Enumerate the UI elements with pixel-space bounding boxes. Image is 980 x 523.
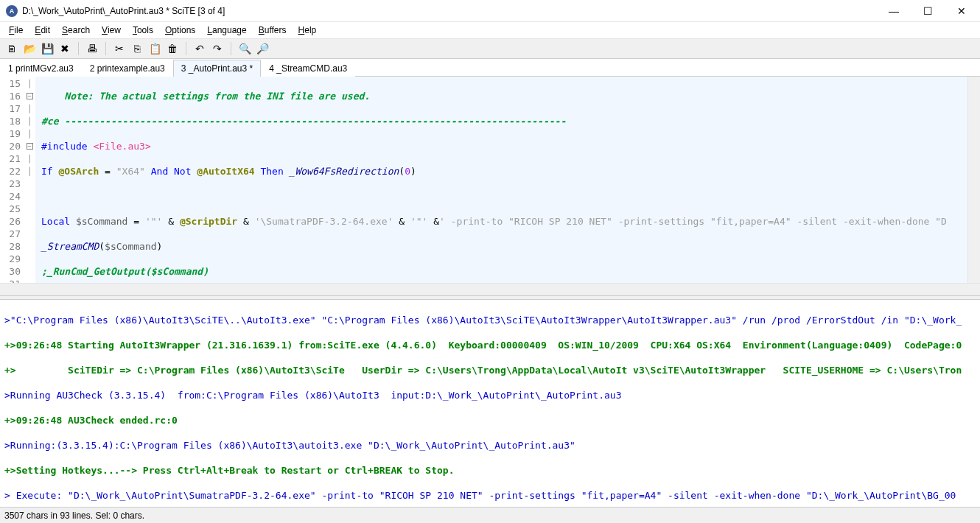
line-num: 28 (0, 240, 21, 253)
output-line: +> SciTEDir => C:\Program Files (x86)\Au… (4, 364, 976, 376)
titlebar: A D:\_Work_\AutoPrint\_AutoPrint.au3 * S… (0, 0, 980, 22)
tab-3[interactable]: 3 _AutoPrint.au3 * (173, 60, 261, 77)
line-num: 22 (0, 165, 21, 178)
replace-icon[interactable]: 🔎 (255, 41, 270, 56)
output-line: +>Setting Hotkeys...--> Press Ctrl+Alt+B… (4, 464, 976, 477)
toolbar-sep (105, 42, 106, 55)
close-doc-icon[interactable]: ✖ (57, 41, 72, 56)
line-num: 23 (0, 178, 21, 190)
line-num: 29 (0, 253, 21, 265)
save-icon[interactable]: 💾 (40, 41, 55, 56)
toolbar-sep (231, 42, 231, 55)
fold-toggle-icon[interactable]: − (27, 93, 33, 99)
toolbar-sep (78, 42, 79, 55)
output-line: +>09:26:48 Starting AutoIt3Wrapper (21.3… (4, 339, 976, 351)
tab-4[interactable]: 4 _StreamCMD.au3 (261, 60, 355, 77)
line-num: 16 (0, 90, 21, 102)
code-area[interactable]: Note: The actual settings from the INI f… (35, 77, 967, 283)
output-line: >"C:\Program Files (x86)\AutoIt3\SciTE\.… (4, 314, 976, 326)
output-pane[interactable]: >"C:\Program Files (x86)\AutoIt3\SciTE\.… (0, 300, 980, 506)
line-num: 19 (0, 127, 21, 140)
horizontal-scrollbar[interactable] (0, 283, 980, 295)
menu-view[interactable]: View (96, 24, 127, 37)
print-icon[interactable]: 🖶 (85, 41, 99, 56)
open-file-icon[interactable]: 📂 (22, 41, 37, 56)
cut-icon[interactable]: ✂ (112, 41, 127, 56)
paste-icon[interactable]: 📋 (147, 41, 162, 56)
menu-language[interactable]: Language (201, 24, 252, 37)
code-line (41, 190, 967, 203)
editor[interactable]: 15 16 17 18 19 20 21 22 23 24 25 26 27 2… (0, 77, 980, 283)
output-line: +>09:26:48 AU3Check ended.rc:0 (4, 414, 976, 427)
redo-icon[interactable]: ↷ (210, 41, 225, 56)
line-num: 27 (0, 228, 21, 240)
close-button[interactable]: ✕ (945, 0, 979, 22)
output-line: > Execute: "D:\_Work_\AutoPrint\SumatraP… (4, 489, 976, 502)
fold-toggle-icon[interactable]: − (27, 143, 33, 150)
output-line: >Running:(3.3.15.4):C:\Program Files (x8… (4, 439, 976, 452)
line-num: 20 (0, 140, 21, 152)
code-line: Local $sCommand = '"' & @ScriptDir & '\S… (41, 215, 967, 228)
line-num: 31 (0, 278, 21, 283)
menu-search[interactable]: Search (56, 24, 96, 37)
find-icon[interactable]: 🔍 (237, 41, 252, 56)
tabs: 1 printMGv2.au3 2 printexample.au3 3 _Au… (0, 59, 980, 77)
line-gutter: 15 16 17 18 19 20 21 22 23 24 25 26 27 2… (0, 77, 24, 283)
line-num: 18 (0, 115, 21, 127)
line-num: 24 (0, 190, 21, 203)
tab-2[interactable]: 2 printexample.au3 (82, 60, 173, 77)
delete-icon[interactable]: 🗑 (165, 41, 180, 56)
menubar: File Edit Search View Tools Options Lang… (0, 22, 980, 38)
menu-edit[interactable]: Edit (29, 24, 56, 37)
line-num: 25 (0, 203, 21, 215)
line-num: 17 (0, 102, 21, 115)
vertical-scrollbar[interactable] (967, 77, 980, 283)
window-title: D:\_Work_\AutoPrint\_AutoPrint.au3 * Sci… (22, 6, 877, 16)
output-line: >Running AU3Check (3.3.15.4) from:C:\Pro… (4, 389, 976, 401)
status-text: 3507 chars in 93 lines. Sel: 0 chars. (4, 510, 144, 521)
maximize-button[interactable]: ☐ (911, 0, 945, 22)
menu-help[interactable]: Help (293, 24, 323, 37)
line-num: 26 (0, 215, 21, 228)
code-line: Note: The actual settings from the INI f… (41, 90, 967, 102)
statusbar: 3507 chars in 93 lines. Sel: 0 chars. (0, 507, 980, 523)
copy-icon[interactable]: ⎘ (130, 41, 144, 56)
menu-options[interactable]: Options (159, 24, 201, 37)
code-line: #include <File.au3> (41, 140, 967, 152)
line-num: 15 (0, 77, 21, 90)
line-num: 21 (0, 152, 21, 165)
menu-file[interactable]: File (3, 24, 29, 37)
app-icon: A (6, 5, 18, 17)
minimize-button[interactable]: — (877, 0, 911, 22)
code-line: ;_RunCmd_GetOutput($sCommand) (41, 265, 967, 278)
code-line: If @OSArch = "X64" And Not @AutoItX64 Th… (41, 165, 967, 178)
code-line: _StreamCMD($sCommand) (41, 240, 967, 253)
line-num: 30 (0, 265, 21, 278)
undo-icon[interactable]: ↶ (192, 41, 207, 56)
code-line: #ce ------------------------------------… (41, 115, 967, 127)
menu-buffers[interactable]: Buffers (253, 24, 293, 37)
menu-tools[interactable]: Tools (127, 24, 159, 37)
tab-1[interactable]: 1 printMGv2.au3 (0, 60, 82, 77)
toolbar-sep (186, 42, 186, 55)
toolbar: 🗎 📂 💾 ✖ 🖶 ✂ ⎘ 📋 🗑 ↶ ↷ 🔍 🔎 (0, 38, 980, 59)
new-file-icon[interactable]: 🗎 (4, 41, 19, 56)
fold-column[interactable]: │ − │││ − ││ (24, 77, 35, 283)
